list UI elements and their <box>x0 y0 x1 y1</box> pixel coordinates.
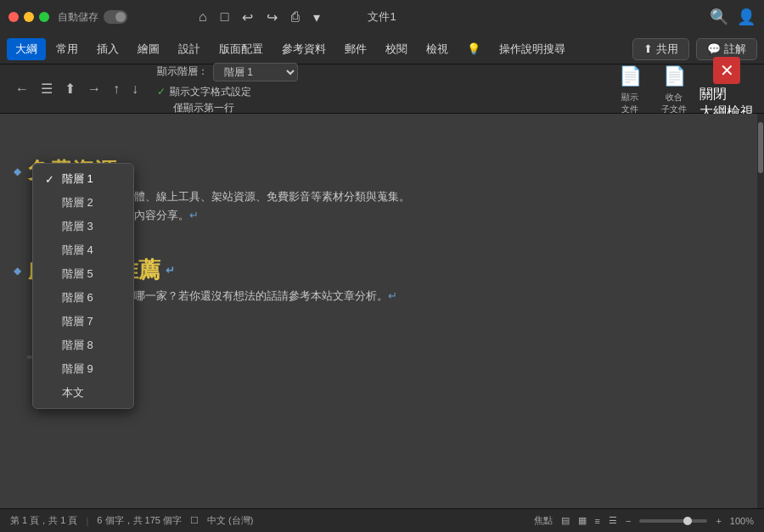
menu-item-view[interactable]: 檢視 <box>418 38 457 60</box>
show-document-label: 顯示文件 <box>621 92 638 115</box>
show-level-row: 顯示階層： 階層 1 階層 2 所有層級 <box>157 63 298 81</box>
section-vps-diamond-icon: ◆ <box>14 265 21 277</box>
promote-button[interactable]: ← <box>10 78 34 100</box>
outline-dropdown-area: 顯示階層： 階層 1 階層 2 所有層級 ✓ 顯示文字格式設定 僅顯示第一行 <box>157 63 298 115</box>
show-first-line-row: 僅顯示第一行 <box>157 101 298 115</box>
zoom-minus[interactable]: − <box>626 516 631 526</box>
menu-item-insert[interactable]: 插入 <box>88 38 127 60</box>
print-button[interactable]: ⎙ <box>288 8 303 26</box>
zoom-slider[interactable] <box>639 519 707 523</box>
menu-item-layout[interactable]: 版面配置 <box>211 38 272 60</box>
level2-label: 階層 2 <box>62 195 93 210</box>
traffic-lights <box>8 12 49 22</box>
content-vps-blank-1: ↵ <box>46 305 750 324</box>
proofread-icon: ☐ <box>190 515 199 526</box>
content-vps: ■ 架站虛擬主機該用哪一家？若你還沒有想法的話請參考本站文章分析。↵ ↵ ↵ <box>34 287 750 343</box>
view-icon-1: ▤ <box>561 515 570 526</box>
main-area: ✓ 階層 1 階層 2 階層 3 階層 4 階層 5 階層 6 階層 7 <box>0 114 764 508</box>
demote-button[interactable]: → <box>82 78 106 100</box>
zoom-plus[interactable]: + <box>716 516 721 526</box>
dropdown-item-level9[interactable]: 階層 9 <box>33 357 133 381</box>
show-text-format-check: ✓ <box>157 86 166 98</box>
menu-item-draw[interactable]: 繪圖 <box>129 38 168 60</box>
level5-label: 階層 5 <box>62 266 93 282</box>
pilcrow-5: ↵ <box>388 289 397 302</box>
checkmark-level6 <box>45 292 57 305</box>
home-button[interactable]: ⌂ <box>195 8 211 26</box>
autosave-label: 自動儲存 <box>58 10 98 25</box>
statusbar-right: 焦點 ▤ ▦ ≡ ☰ − + 100% <box>534 514 754 527</box>
titlebar-right: 🔍 👤 <box>710 8 756 26</box>
checkmark-level7 <box>45 316 57 328</box>
dropdown-item-level4[interactable]: 階層 4 <box>33 238 133 262</box>
menu-item-lightbulb[interactable]: 💡 <box>458 39 489 59</box>
redo-button[interactable]: ↪ <box>263 8 281 27</box>
dropdown-item-level8[interactable]: 階層 8 <box>33 333 133 357</box>
expand-button[interactable]: ☰ <box>36 77 58 100</box>
outline-nav-left: ← ☰ ⬆ → ↑ ↓ <box>10 77 143 100</box>
document-title: 文件1 <box>368 9 396 25</box>
save-button[interactable]: □ <box>217 8 233 26</box>
share-icon: ⬆ <box>643 42 653 55</box>
page-info: 第 1 頁，共 1 頁 <box>10 514 77 527</box>
checkmark-level8 <box>45 339 57 352</box>
view-icon-4: ☰ <box>609 515 617 526</box>
dropdown-item-level2[interactable]: 階層 2 <box>33 191 133 215</box>
menu-item-common[interactable]: 常用 <box>48 38 87 60</box>
scrollbar[interactable] <box>757 114 764 508</box>
collapse-button[interactable]: ⬆ <box>59 77 81 100</box>
content-vps-blank-2: ↵ <box>46 324 750 343</box>
show-level-label: 顯示階層： <box>157 64 208 79</box>
more-button[interactable]: ▾ <box>310 8 323 27</box>
close-button[interactable] <box>8 12 19 22</box>
view-icon-2: ▦ <box>578 515 587 526</box>
search-button[interactable]: 🔍 <box>710 8 728 26</box>
collapse-subdoc-button[interactable]: 📄 收合子文件 <box>655 63 693 115</box>
menu-item-help[interactable]: 操作說明搜尋 <box>491 38 574 60</box>
minimize-button[interactable] <box>24 12 34 22</box>
dropdown-item-body[interactable]: 本文 <box>33 381 133 405</box>
menu-item-design[interactable]: 設計 <box>170 38 209 60</box>
dropdown-item-level6[interactable]: 階層 6 <box>33 286 133 310</box>
show-first-line-label: 僅顯示第一行 <box>173 101 234 115</box>
checkmark-level9 <box>45 363 57 376</box>
outline-right-buttons: 📄 顯示文件 📄 收合子文件 ✕ 關閉大綱檢視 <box>611 57 754 121</box>
dropdown-item-level5[interactable]: 階層 5 <box>33 262 133 286</box>
close-outline-button[interactable]: ✕ 關閉大綱檢視 <box>699 57 754 121</box>
level-select[interactable]: 階層 1 階層 2 所有層級 <box>213 63 298 81</box>
outline-toolbar: ← ☰ ⬆ → ↑ ↓ 顯示階層： 階層 1 階層 2 所有層級 ✓ 顯示文字格… <box>0 64 764 114</box>
titlebar-toolbar: ⌂ □ ↩ ↪ ⎙ ▾ <box>195 8 323 27</box>
collapse-subdoc-label: 收合子文件 <box>661 92 687 115</box>
move-down-button[interactable]: ↓ <box>126 78 143 100</box>
maximize-button[interactable] <box>39 12 49 22</box>
close-outline-icon: ✕ <box>713 57 740 84</box>
level-dropdown-menu[interactable]: ✓ 階層 1 階層 2 階層 3 階層 4 階層 5 階層 6 階層 7 <box>32 163 134 409</box>
outline-top-spacer <box>14 122 750 156</box>
show-first-line-check <box>157 102 169 114</box>
level7-label: 階層 7 <box>62 314 93 329</box>
checkmark-body <box>45 387 57 400</box>
dropdown-item-level3[interactable]: 階層 3 <box>33 215 133 238</box>
dropdown-item-level1[interactable]: ✓ 階層 1 <box>33 167 133 191</box>
menu-item-references[interactable]: 參考資料 <box>273 38 334 60</box>
pilcrow-4: ↵ <box>166 264 175 277</box>
checkmark-level1: ✓ <box>45 173 57 186</box>
body-label: 本文 <box>62 385 84 400</box>
menu-item-mailings[interactable]: 郵件 <box>336 38 375 60</box>
menu-item-review[interactable]: 校閱 <box>377 38 416 60</box>
content-blank-1: ↵ <box>46 225 750 244</box>
titlebar: 自動儲存 ⌂ □ ↩ ↪ ⎙ ▾ 文件1 🔍 👤 <box>0 0 764 34</box>
menu-item-outline[interactable]: 大綱 <box>7 38 46 60</box>
level8-label: 階層 8 <box>62 338 93 353</box>
level1-label: 階層 1 <box>62 171 93 187</box>
show-text-format-row: ✓ 顯示文字格式設定 <box>157 85 298 99</box>
comment-icon: 💬 <box>707 42 721 55</box>
show-document-button[interactable]: 📄 顯示文件 <box>611 63 649 115</box>
content-line-2: 專注於免費可商用內容分享。↵ <box>46 206 750 225</box>
dropdown-item-level7[interactable]: 階層 7 <box>33 310 133 333</box>
autosave-toggle[interactable] <box>104 10 127 24</box>
undo-button[interactable]: ↩ <box>239 8 256 27</box>
profile-button[interactable]: 👤 <box>737 8 756 26</box>
move-up-button[interactable]: ↑ <box>108 78 125 100</box>
checkmark-level5 <box>45 268 57 281</box>
